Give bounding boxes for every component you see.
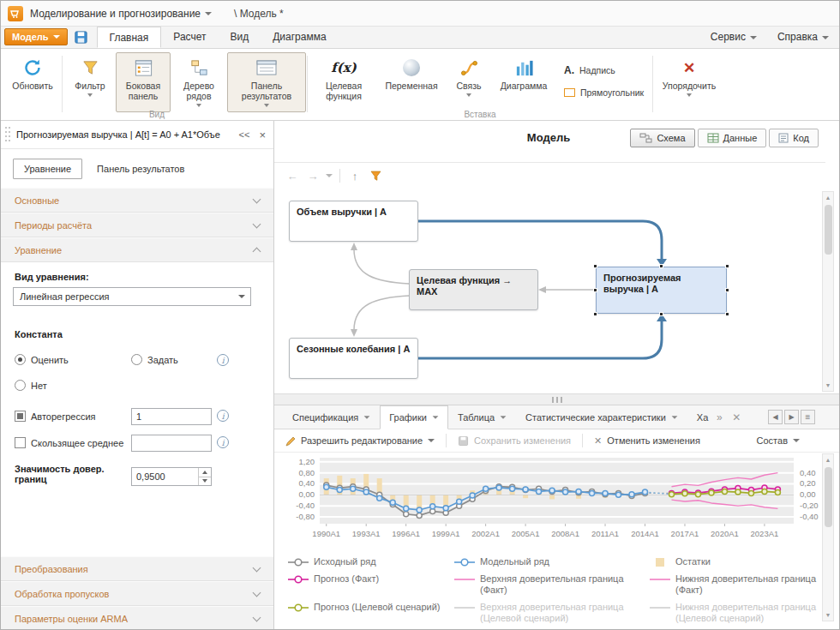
radio-set[interactable]: Задать (131, 354, 178, 365)
legend-item[interactable]: Прогноз (Целевой сценарий) (288, 602, 447, 624)
variable-button[interactable]: Переменная (379, 52, 444, 112)
selection-handle[interactable] (725, 288, 729, 292)
selection-handle[interactable] (593, 288, 597, 292)
section-basic[interactable]: Основные (1, 188, 273, 213)
arrange-button[interactable]: ✕ Упорядочить (657, 52, 721, 112)
spinner-down-button[interactable] (199, 477, 211, 486)
tab-results-panel[interactable]: Панель результатов (86, 159, 195, 179)
scroll-down-arrow[interactable]: ▼ (823, 380, 833, 391)
significance-spinner[interactable]: 0,9500 (131, 467, 212, 486)
radio-none[interactable]: Нет (15, 380, 47, 391)
target-function-button[interactable]: f(x) Целевая функция (311, 52, 376, 112)
legend-item[interactable]: Остатки (650, 556, 838, 567)
help-menu[interactable]: Справка (767, 27, 839, 48)
legend-item[interactable]: Верхняя доверительная граница (Факт) (454, 573, 643, 596)
legend-item[interactable]: Прогноз (Факт) (288, 573, 447, 596)
cancel-changes-button[interactable]: ✕ Отменить изменения (594, 435, 700, 447)
save-changes-button[interactable]: Сохранить изменения (458, 435, 571, 447)
legend-item[interactable]: Нижняя доверительная граница (Факт) (650, 573, 838, 596)
drag-grip-icon[interactable] (4, 125, 12, 144)
nav-forward-button[interactable]: → (303, 166, 322, 185)
scroll-thumb[interactable] (825, 467, 832, 527)
section-transformations[interactable]: Преобразования (1, 556, 273, 581)
model-menu-button[interactable]: Модель (4, 28, 68, 45)
selection-handle[interactable] (659, 312, 663, 316)
legend-item[interactable]: Нижняя доверительная граница (Целевой сц… (650, 602, 838, 624)
tab-table[interactable]: Таблица (448, 405, 516, 429)
equation-kind-select[interactable]: Линейная регрессия (13, 287, 251, 306)
insert-chart-button[interactable]: Диаграмма (494, 52, 554, 112)
radio-estimate[interactable]: Оценить (15, 354, 69, 365)
autoregression-input[interactable] (131, 408, 212, 425)
text-label-icon: A. (564, 64, 574, 76)
app-menu-button[interactable]: Моделирование и прогнозирование (30, 8, 212, 20)
ribbon-tab-home[interactable]: Главная (97, 27, 162, 48)
scroll-thumb[interactable] (825, 205, 832, 255)
moving-average-input[interactable] (131, 435, 212, 452)
node-revenue[interactable]: Объем выручки | A (289, 201, 418, 242)
tab-list-button[interactable]: ≡ (801, 410, 815, 424)
allow-editing-button[interactable]: Разрешить редактирование (285, 435, 435, 447)
node-seasonal[interactable]: Сезонные колебания | A (289, 338, 418, 379)
legend-item[interactable]: Верхняя доверительная граница (Целевой с… (454, 602, 643, 624)
link-button[interactable]: Связь (447, 52, 491, 112)
info-icon[interactable]: i (217, 436, 229, 448)
scroll-up-arrow[interactable]: ▲ (823, 454, 833, 465)
view-schema-button[interactable]: Схема (630, 129, 694, 147)
series-tree-button[interactable]: Дерево рядов (173, 52, 225, 112)
refresh-button[interactable]: Обновить (6, 52, 59, 112)
results-vertical-scrollbar[interactable]: ▲ ▼ (822, 453, 834, 621)
spinner-up-button[interactable] (199, 468, 211, 477)
nav-history-dropdown[interactable] (324, 166, 334, 185)
selection-handle[interactable] (593, 312, 597, 316)
selection-handle[interactable] (725, 312, 729, 316)
composition-button[interactable]: Состав (757, 435, 800, 446)
view-data-button[interactable]: Данные (698, 129, 767, 147)
tab-overflow-button[interactable]: » (711, 405, 728, 429)
tab-equation[interactable]: Уравнение (13, 159, 82, 179)
service-menu[interactable]: Сервис (700, 27, 767, 48)
section-calc-periods[interactable]: Периоды расчёта (1, 213, 273, 237)
tab-charts[interactable]: Графики (380, 405, 448, 429)
horizontal-splitter[interactable] (274, 393, 839, 405)
ribbon-tab-calc[interactable]: Расчет (161, 27, 218, 48)
section-missing-data[interactable]: Обработка пропусков (1, 581, 273, 606)
diagram-filter-button[interactable] (366, 166, 385, 185)
side-panel-toggle[interactable]: Боковая панель (116, 52, 171, 112)
autoregression-checkbox[interactable]: Авторегрессия (15, 411, 96, 422)
section-arma-params[interactable]: Параметры оценки ARMA (1, 606, 273, 630)
ribbon-tab-diagram[interactable]: Диаграмма (261, 27, 338, 48)
diagram-vertical-scrollbar[interactable]: ▲ ▼ (822, 191, 834, 392)
scroll-tabs-left-button[interactable]: ◀ (768, 410, 783, 424)
up-level-button[interactable]: ↑ (345, 166, 364, 185)
scroll-down-arrow[interactable]: ▼ (823, 609, 833, 621)
node-target-function[interactable]: Целевая функция → MAX (409, 269, 538, 310)
save-button[interactable] (71, 28, 92, 45)
text-label-button[interactable]: A. Надпись (558, 61, 621, 80)
legend-item[interactable]: Модельный ряд (454, 556, 643, 567)
results-panel-toggle[interactable]: Панель результатов (227, 52, 306, 112)
moving-average-checkbox[interactable]: Скользящее среднее (15, 437, 123, 448)
ribbon-tab-view[interactable]: Вид (218, 27, 261, 48)
info-icon[interactable]: i (217, 410, 229, 422)
selection-handle[interactable] (725, 264, 729, 268)
section-equation[interactable]: Уравнение (1, 237, 273, 262)
selection-handle[interactable] (659, 264, 663, 268)
tab-characteristics-clipped[interactable]: Ха (687, 405, 711, 429)
close-results-button[interactable]: ✕ (728, 405, 745, 429)
close-panel-button[interactable]: × (256, 129, 268, 141)
legend-item[interactable]: Исходный ряд (288, 556, 447, 567)
view-code-button[interactable]: Код (769, 129, 819, 147)
selection-handle[interactable] (593, 264, 597, 268)
scroll-up-arrow[interactable]: ▲ (823, 192, 833, 203)
collapse-panel-button[interactable]: << (237, 129, 253, 140)
scroll-tabs-right-button[interactable]: ▶ (784, 410, 799, 424)
rectangle-button[interactable]: Прямоугольник (558, 83, 650, 102)
forecast-chart[interactable]: 1,200,800,400,00-0,40-0,800,400,200,00-0… (284, 453, 837, 549)
info-icon[interactable]: i (217, 354, 229, 366)
nav-back-button[interactable]: ← (283, 166, 302, 185)
filter-button[interactable]: Фильтр (67, 52, 113, 112)
tab-specification[interactable]: Спецификация (283, 405, 380, 429)
tab-statistics[interactable]: Статистические характеристики (516, 405, 687, 429)
node-forecast-revenue[interactable]: Прогнозируемая выручка | A (596, 267, 727, 314)
